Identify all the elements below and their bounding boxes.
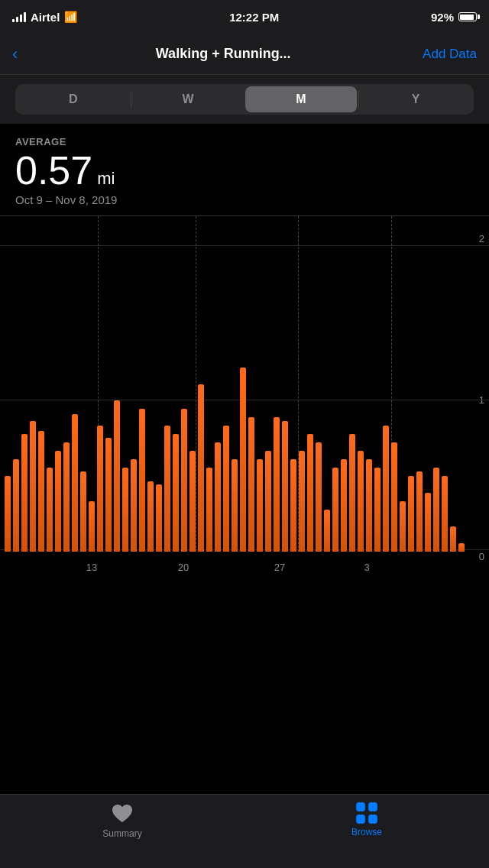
time-filter: D W M Y (0, 75, 489, 124)
avg-unit: mi (97, 169, 115, 189)
bar (105, 438, 112, 552)
bar (383, 426, 389, 552)
bar (5, 476, 11, 552)
tab-summary[interactable]: Summary (0, 802, 244, 839)
bar (131, 459, 137, 552)
bar (341, 459, 347, 552)
bar (274, 417, 280, 552)
date-range: Oct 9 – Nov 8, 2019 (15, 193, 474, 206)
add-data-button[interactable]: Add Data (423, 47, 477, 62)
bar (248, 417, 254, 552)
bar (139, 409, 145, 552)
filter-divider-1 (131, 91, 131, 108)
bar (408, 476, 414, 552)
y-label-0: 0 (479, 551, 484, 562)
bar (181, 409, 187, 552)
bar (72, 414, 78, 552)
y-label-2: 2 (479, 232, 484, 244)
bar (433, 468, 439, 552)
carrier-label: Airtel (31, 11, 60, 24)
bar (240, 368, 246, 552)
bar (282, 421, 288, 552)
filter-week[interactable]: W (132, 86, 244, 112)
bar (374, 468, 381, 552)
bar (458, 543, 465, 552)
x-label-3: 3 (364, 562, 369, 573)
x-axis: 13 20 27 3 (0, 552, 458, 582)
bar (55, 451, 61, 552)
bar (257, 459, 263, 552)
bar (122, 468, 128, 552)
bar (265, 451, 271, 552)
battery-percent: 92% (431, 11, 454, 24)
bar (13, 459, 19, 552)
bar (223, 426, 229, 552)
tab-browse-label: Browse (351, 827, 382, 837)
bar (307, 434, 313, 552)
status-time: 12:22 PM (229, 11, 279, 24)
bar (366, 459, 372, 552)
status-bar: Airtel 📶 12:22 PM 92% (0, 0, 489, 34)
bar (164, 426, 170, 552)
bar (400, 501, 406, 552)
bar (391, 442, 397, 552)
status-right: 92% (431, 11, 477, 24)
filter-month[interactable]: M (245, 86, 357, 112)
x-label-20: 20 (178, 562, 189, 573)
bar (232, 459, 238, 552)
bar (97, 426, 103, 552)
grid-icon (356, 802, 377, 824)
bar (63, 442, 70, 552)
bar (47, 468, 53, 552)
battery-icon (458, 12, 477, 21)
x-label-13: 13 (86, 562, 97, 573)
tab-bar: Summary Browse (0, 794, 489, 868)
nav-header: ‹ Walking + Running... Add Data (0, 34, 489, 75)
tab-browse[interactable]: Browse (244, 802, 489, 837)
wifi-icon: 📶 (64, 11, 77, 23)
bar (38, 431, 44, 552)
heart-icon (111, 802, 134, 825)
filter-divider-2 (358, 91, 359, 108)
bar (206, 468, 212, 552)
filter-day[interactable]: D (18, 86, 129, 112)
bar (290, 459, 296, 552)
bar (80, 471, 86, 552)
tab-summary-label: Summary (102, 828, 141, 839)
bar (332, 468, 338, 552)
bars-area (0, 216, 458, 552)
bar (450, 526, 456, 552)
bar (425, 493, 431, 552)
bar (198, 384, 204, 552)
filter-year[interactable]: Y (360, 86, 471, 112)
bar (30, 421, 36, 552)
bar (316, 442, 322, 552)
avg-number: 0.57 (15, 151, 92, 190)
bar (156, 484, 162, 552)
average-label: AVERAGE (15, 136, 474, 147)
average-value: 0.57 mi (15, 151, 474, 190)
bar (114, 400, 120, 552)
chart-container: 2 1 0 13 20 27 3 (0, 215, 489, 582)
bar (358, 451, 364, 552)
bar (89, 501, 95, 552)
bar (147, 481, 154, 552)
bar (349, 434, 355, 552)
filter-group: D W M Y (15, 84, 474, 115)
signal-bars (12, 11, 26, 22)
page-title: Walking + Running... (24, 46, 423, 62)
bar (324, 510, 330, 552)
bar (21, 434, 28, 552)
x-label-27: 27 (274, 562, 285, 573)
status-left: Airtel 📶 (12, 11, 77, 24)
bar (416, 471, 423, 552)
bar (215, 442, 221, 552)
back-button[interactable]: ‹ (12, 44, 18, 64)
bar (173, 434, 179, 552)
bar (442, 476, 448, 552)
bar (299, 451, 305, 552)
bar (189, 451, 196, 552)
main-content: AVERAGE 0.57 mi Oct 9 – Nov 8, 2019 (0, 124, 489, 206)
